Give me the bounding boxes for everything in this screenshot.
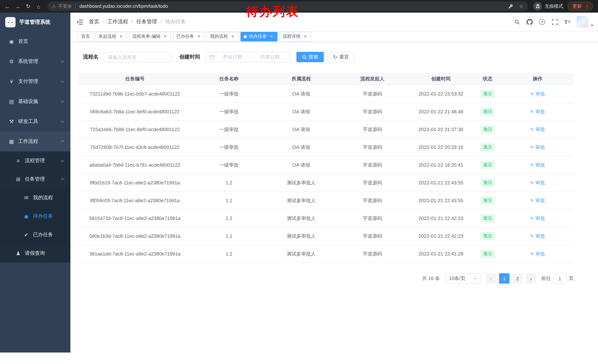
cell-process: OA 请假 [266, 138, 336, 156]
close-icon[interactable]: × [230, 34, 235, 39]
cell-task-id: 8f059c03-7ac8-11ec-a9e2-a2380e71991a [78, 192, 192, 209]
tab-item[interactable]: 发起流程 × [95, 32, 127, 41]
tab-item[interactable]: 流程详情 × [279, 32, 311, 41]
sidebar-item[interactable]: ⚒ 研发工具 [0, 112, 70, 131]
approve-link[interactable]: ✎ 审批 [530, 179, 545, 186]
cell-starter: 芋道源码 [336, 192, 408, 209]
cell-starter: 芋道源码 [336, 210, 408, 227]
approve-link[interactable]: ✎ 审批 [530, 90, 545, 97]
process-name-input[interactable] [104, 52, 171, 62]
approve-link[interactable]: ✎ 审批 [530, 251, 545, 257]
column-header: 操作 [502, 73, 573, 85]
back-icon[interactable]: ← [2, 1, 13, 11]
close-icon[interactable]: × [163, 34, 168, 39]
sidebar-item[interactable]: ⚙ 系统管理 [0, 51, 70, 72]
reload-icon[interactable]: ↻ [23, 1, 33, 11]
next-page-button[interactable]: › [526, 273, 536, 284]
reset-button[interactable]: ↻ 重置 [328, 52, 354, 62]
approve-link[interactable]: ✎ 审批 [530, 126, 545, 133]
tab-item[interactable]: 流程表单-编辑 × [129, 32, 171, 41]
tab-item[interactable]: 我的流程 × [207, 32, 239, 41]
leave-query-icon: ♟ [15, 250, 22, 256]
avatar[interactable] [576, 16, 588, 28]
fullscreen-icon[interactable] [548, 13, 561, 31]
sidebar-item[interactable]: ¥ 支付管理 [0, 72, 70, 91]
cell-task-id: 58154733-7ac8-11ec-a9e2-a2380e71991a [78, 210, 192, 227]
github-icon[interactable] [523, 13, 536, 31]
prev-page-button[interactable]: ‹ [486, 273, 496, 284]
tab-label: 已办任务 [176, 33, 194, 40]
date-range-picker[interactable]: 开始日期 - 结束日期 [205, 52, 291, 62]
sidebar-item[interactable]: ✔ 已办任务 [0, 226, 70, 244]
password-key-icon[interactable] [508, 4, 514, 9]
edit-icon: ✎ [530, 216, 534, 221]
edit-icon: ✎ [530, 145, 534, 150]
sidebar-item[interactable]: ◉ 首页 [0, 32, 70, 51]
cell-process: 测试多审批人 [266, 174, 336, 191]
incognito-badge: 无痕模式 [533, 2, 563, 11]
address-bar[interactable]: ⚠ 不安全 dashboard.yudao.iocoder.cn/bpm/tas… [47, 1, 528, 11]
status-badge: 激活 [480, 232, 495, 240]
sidebar-item[interactable]: ▦ 工作流程 [0, 131, 70, 152]
breadcrumb-item[interactable]: 待办任务 [157, 18, 186, 25]
search-button[interactable]: 搜索 [296, 52, 324, 62]
approve-link[interactable]: ✎ 审批 [530, 215, 545, 222]
home-icon[interactable]: ⌂ [33, 1, 44, 11]
goto-page-input[interactable] [553, 273, 566, 284]
close-icon[interactable]: × [303, 34, 308, 39]
cell-process: OA 请假 [266, 85, 336, 103]
sidebar-toggle-icon[interactable] [70, 13, 89, 31]
forward-icon[interactable]: → [13, 1, 23, 11]
tab-item[interactable]: 首页 × [78, 32, 93, 41]
close-icon[interactable]: × [269, 34, 274, 39]
cell-process: 测试多审批人 [266, 210, 336, 227]
page-button[interactable]: 2 [512, 273, 523, 284]
tab-item[interactable]: 待办任务 × [241, 32, 277, 41]
approve-link-label: 审批 [535, 144, 545, 151]
close-icon[interactable]: × [196, 34, 201, 39]
sidebar-logo[interactable]: 芋道管理系统 [0, 13, 70, 32]
tab-item[interactable]: 已办任务 × [173, 32, 205, 41]
tab-label: 流程详情 [283, 33, 300, 40]
help-icon[interactable]: ? [536, 13, 548, 31]
cell-starter: 芋道源码 [336, 156, 408, 174]
sidebar-item[interactable]: ≡ 流程管理 [0, 152, 70, 170]
breadcrumb-item[interactable]: 任务管理 [128, 18, 157, 25]
payment-icon: ¥ [8, 79, 15, 84]
approve-link[interactable]: ✎ 审批 [530, 197, 545, 204]
table-row: 069c6a63-7b8a-11ec-8ef0-acde48001122 一级审… [78, 103, 573, 121]
page-button[interactable]: 1 [499, 273, 509, 284]
approve-link-label: 审批 [535, 126, 545, 133]
breadcrumb-item[interactable]: 首页 [89, 18, 99, 25]
table-row: 73211d9d-7b9b-11ec-b5b7-acde48001122 一级审… [78, 85, 573, 103]
navbar-actions: ? TT [511, 13, 598, 31]
font-size-icon[interactable]: TT [561, 13, 573, 31]
breadcrumb-item[interactable]: 工作流程 [99, 18, 128, 25]
close-icon[interactable]: × [119, 34, 124, 39]
process-name-label: 流程名 [83, 54, 99, 60]
approve-link[interactable]: ✎ 审批 [530, 108, 545, 115]
approve-link[interactable]: ✎ 审批 [530, 233, 545, 239]
table-row: 8f059c03-7ac8-11ec-a9e2-a2380e71991a 1.1… [78, 192, 573, 210]
cell-process: OA 请假 [266, 121, 336, 138]
bookmark-star-icon[interactable]: ☆ [519, 3, 523, 9]
search-icon[interactable] [511, 13, 523, 31]
browser-menu-icon[interactable]: ⋮ [585, 4, 590, 9]
sidebar-item-label: 已办任务 [33, 231, 53, 238]
cell-starter: 芋道源码 [336, 85, 408, 103]
cell-task-name: 一级审批 [192, 121, 266, 138]
page-size-select[interactable]: 10条/页 [445, 273, 481, 284]
column-header: 流程发起人 [336, 73, 408, 85]
caret-down-icon [590, 25, 594, 28]
sidebar-item[interactable]: ▤ 基础设施 [0, 91, 70, 112]
approve-link[interactable]: ✎ 审批 [530, 144, 545, 151]
approve-link[interactable]: ✎ 审批 [530, 162, 545, 168]
status-badge: 激活 [480, 178, 495, 187]
url-text: dashboard.yudao.iocoder.cn/bpm/task/todo [79, 4, 508, 9]
sidebar-item[interactable]: ✉ 我的流程 [0, 188, 70, 207]
sidebar-item[interactable]: ⊞ 任务管理 [0, 170, 70, 188]
update-button[interactable]: 更新 ⋮ [568, 2, 593, 11]
sidebar-item[interactable]: ♟ 请假查询 [0, 244, 70, 263]
sidebar-item[interactable]: ◉ 待办任务 [0, 207, 70, 226]
user-menu[interactable] [576, 16, 594, 28]
